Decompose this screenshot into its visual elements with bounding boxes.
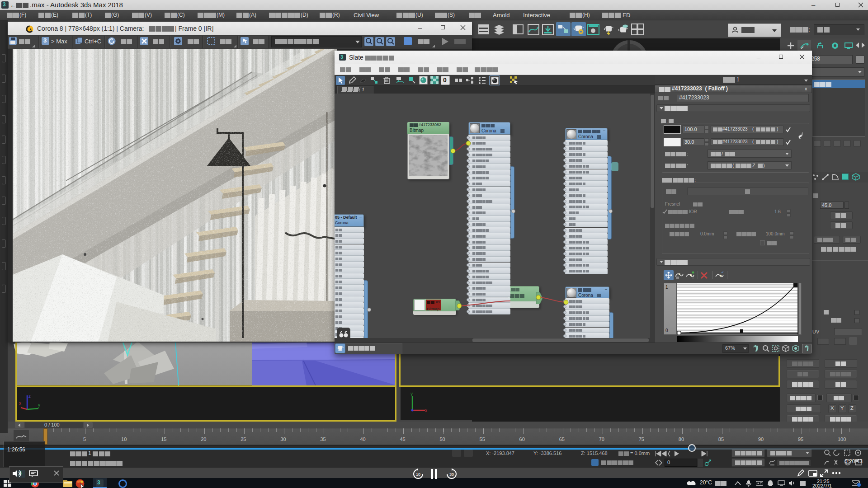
svg-text:x: x [425, 408, 427, 413]
svg-text:y: y [38, 403, 40, 408]
svg-text:30: 30 [449, 472, 454, 477]
svg-text:z: z [28, 394, 31, 399]
svg-text:10: 10 [416, 472, 420, 477]
svg-text:y: y [410, 391, 413, 396]
svg-text:x: x [19, 401, 21, 406]
